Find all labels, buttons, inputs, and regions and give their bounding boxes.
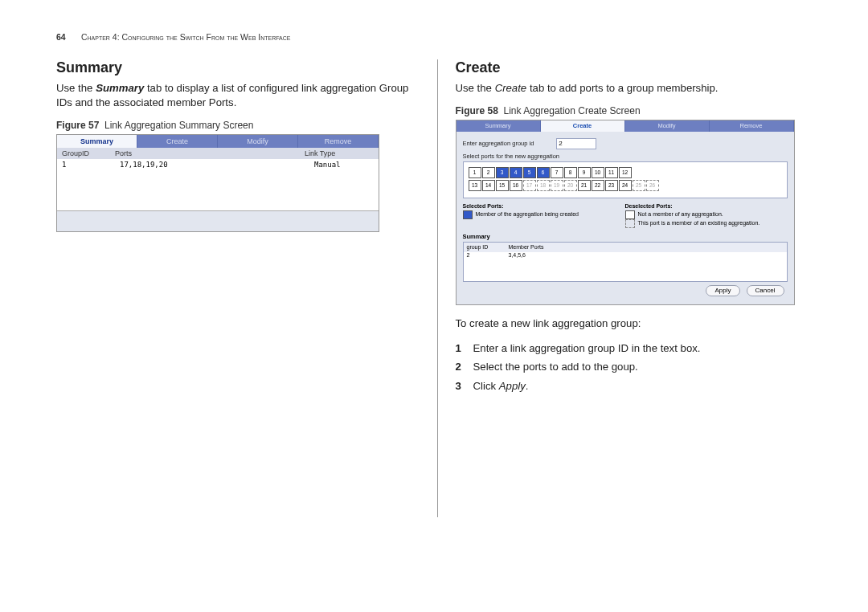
swatch-existing-icon: [625, 219, 635, 228]
selected-ports-header: Selected Ports:: [463, 203, 625, 209]
port-10[interactable]: 10: [592, 167, 604, 178]
port-22[interactable]: 22: [592, 180, 604, 191]
port-26: 26: [646, 180, 659, 191]
col-header-groupid: group ID: [464, 243, 506, 252]
tab-modify[interactable]: Modify: [625, 120, 710, 132]
port-13[interactable]: 13: [469, 180, 481, 191]
swatch-free-icon: [625, 210, 635, 219]
chapter-title: Chapter 4: Configuring the Switch From t…: [81, 32, 291, 42]
figure-57-caption: Figure 57 Link Aggregation Summary Scree…: [56, 120, 421, 131]
port-14[interactable]: 14: [482, 180, 495, 191]
table-row: 1 17,18,19,20 Manual: [57, 159, 379, 211]
select-ports-label: Select ports for the new aggregation: [463, 153, 788, 160]
port-18: 18: [537, 180, 550, 191]
port-2[interactable]: 2: [482, 167, 495, 178]
col-header-memberports: Member Ports: [506, 243, 544, 252]
port-24[interactable]: 24: [619, 180, 632, 191]
port-20: 20: [564, 180, 577, 191]
port-6[interactable]: 6: [537, 167, 550, 178]
port-5[interactable]: 5: [523, 167, 536, 178]
tab-create[interactable]: Create: [137, 135, 218, 148]
port-16[interactable]: 16: [510, 180, 522, 191]
group-id-input[interactable]: [556, 138, 596, 149]
port-23[interactable]: 23: [605, 180, 618, 191]
port-7[interactable]: 7: [551, 167, 563, 178]
col-header-linktype: Link Type: [300, 148, 379, 159]
swatch-selected-icon: [463, 210, 473, 219]
step-1: 1Enter a link aggregation group ID in th…: [456, 341, 821, 357]
port-1[interactable]: 1: [469, 167, 481, 178]
port-3[interactable]: 3: [496, 167, 509, 178]
figure-58-caption: Figure 58 Link Aggregation Create Screen: [456, 105, 821, 116]
table-row: 2 3,4,5,6: [464, 252, 787, 262]
apply-button[interactable]: Apply: [706, 285, 739, 296]
tab-modify[interactable]: Modify: [218, 135, 298, 148]
port-15[interactable]: 15: [496, 180, 509, 191]
group-id-label: Enter aggregation group id: [463, 140, 534, 147]
create-intro: To create a new link aggregation group:: [456, 316, 821, 331]
step-3: 3Click Apply.: [456, 378, 821, 394]
col-header-ports: Ports: [110, 148, 300, 159]
tab-create[interactable]: Create: [541, 120, 625, 132]
page-number: 64: [56, 32, 79, 42]
summary-description: Use the Summary tab to display a list of…: [56, 81, 421, 110]
running-header: 64 Chapter 4: Configuring the Switch Fro…: [56, 32, 820, 42]
section-heading-summary: Summary: [56, 59, 421, 76]
port-25: 25: [633, 180, 645, 191]
port-11[interactable]: 11: [605, 167, 618, 178]
port-8[interactable]: 8: [564, 167, 577, 178]
port-21[interactable]: 21: [578, 180, 591, 191]
tab-summary[interactable]: Summary: [457, 120, 541, 132]
port-17: 17: [523, 180, 536, 191]
create-description: Use the Create tab to add ports to a gro…: [456, 81, 821, 96]
port-selector: 123456789101112 131415161718192021222324…: [463, 161, 788, 198]
port-9[interactable]: 9: [578, 167, 591, 178]
summary-subheader: Summary: [463, 233, 788, 240]
section-heading-create: Create: [456, 59, 821, 76]
port-4[interactable]: 4: [510, 167, 522, 178]
figure-58-screenshot: Summary Create Modify Remove Enter aggre…: [456, 120, 795, 305]
tab-remove[interactable]: Remove: [710, 120, 794, 132]
deselected-ports-header: Deselected Ports:: [625, 203, 788, 209]
cancel-button[interactable]: Cancel: [747, 285, 784, 296]
tab-summary[interactable]: Summary: [57, 135, 137, 148]
port-12[interactable]: 12: [619, 167, 632, 178]
col-header-groupid: GroupID: [57, 148, 110, 159]
tab-remove[interactable]: Remove: [298, 135, 379, 148]
step-2: 2Select the ports to add to the goup.: [456, 359, 821, 375]
figure-57-screenshot: Summary Create Modify Remove GroupID Por…: [56, 134, 379, 232]
port-19: 19: [551, 180, 563, 191]
